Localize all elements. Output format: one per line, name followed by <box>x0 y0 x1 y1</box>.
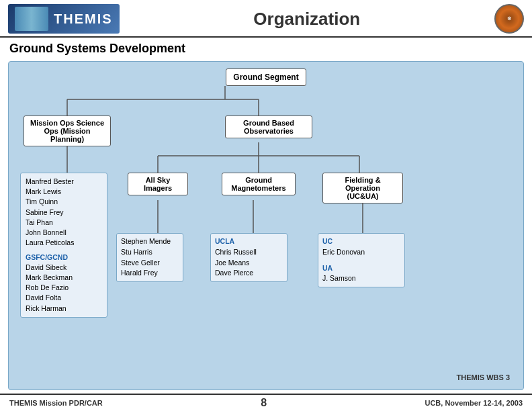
uc-name-1: Eric Donovan <box>322 247 400 258</box>
footer-page-number: 8 <box>261 397 267 409</box>
staff-name-7: Laura Peticolas <box>26 238 102 248</box>
wbs-label: THEMIS WBS 3 <box>457 373 510 381</box>
gsfc-name-1: David Sibeck <box>26 263 102 273</box>
mende-box: Stephen Mende Stu Harris Steve Geller Ha… <box>116 233 183 282</box>
gsfc-name-5: Rick Harman <box>26 304 102 314</box>
uc-label: UC <box>322 237 332 245</box>
staff-name-4: Sabine Frey <box>26 208 102 218</box>
fielding-box: Fielding & Operation (UC&UA) <box>322 173 403 203</box>
mende-name-3: Steve Geller <box>121 258 179 269</box>
mende-name-2: Stu Harris <box>121 247 179 258</box>
staff-box: Manfred Bester Mark Lewis Tim Quinn Sabi… <box>20 173 107 318</box>
staff-name-1: Manfred Bester <box>26 177 102 187</box>
ground-mag-box: Ground Magnetometers <box>222 173 296 195</box>
mission-ops-box: Mission Ops Science Ops (Mission Plannin… <box>24 116 111 146</box>
athena-logo: ⚙ <box>494 4 524 34</box>
ground-based-box: Ground Based Observatories <box>225 116 312 138</box>
page-title: Organization <box>120 9 494 30</box>
header: THEMIS Organization ⚙ <box>0 0 532 38</box>
mende-name-1: Stephen Mende <box>121 236 179 247</box>
all-sky-box: All Sky Imagers <box>128 173 188 195</box>
themis-logo: THEMIS <box>8 4 120 34</box>
org-chart: Ground Segment Mission Ops Science Ops (… <box>17 68 515 384</box>
logo-text: THEMIS <box>54 11 113 27</box>
staff-name-5: Tai Phan <box>26 218 102 228</box>
page-subtitle: Ground Systems Development <box>0 38 532 58</box>
ua-label: UA <box>322 263 400 274</box>
mende-name-4: Harald Frey <box>121 268 179 279</box>
footer-left: THEMIS Mission PDR/CAR <box>9 399 103 407</box>
ucla-name-2: Joe Means <box>215 258 283 269</box>
logo-image <box>15 7 48 31</box>
ucla-name-1: Chris Russell <box>215 247 283 258</box>
staff-name-6: John Bonnell <box>26 228 102 238</box>
staff-name-2: Mark Lewis <box>26 187 102 197</box>
gsfc-name-3: Rob De Fazio <box>26 283 102 293</box>
footer: THEMIS Mission PDR/CAR 8 UCB, November 1… <box>0 394 532 411</box>
ua-name-1: J. Samson <box>322 273 400 284</box>
ucla-name-3: Dave Pierce <box>215 268 283 279</box>
footer-right: UCB, November 12-14, 2003 <box>425 399 523 407</box>
ucla-label: UCLA <box>215 237 234 245</box>
athena-label: ⚙ <box>507 16 511 21</box>
ucla-box: UCLA Chris Russell Joe Means Dave Pierce <box>210 233 287 282</box>
main-content: Ground Segment Mission Ops Science Ops (… <box>8 61 524 390</box>
gsfc-name-2: Mark Beckman <box>26 273 102 283</box>
gsfc-label: GSFC/GCND <box>26 253 68 261</box>
uc-ua-box: UC Eric Donovan UA J. Samson <box>318 233 405 287</box>
gsfc-name-4: David Folta <box>26 293 102 303</box>
ground-segment-box: Ground Segment <box>226 68 306 86</box>
staff-name-3: Tim Quinn <box>26 197 102 207</box>
